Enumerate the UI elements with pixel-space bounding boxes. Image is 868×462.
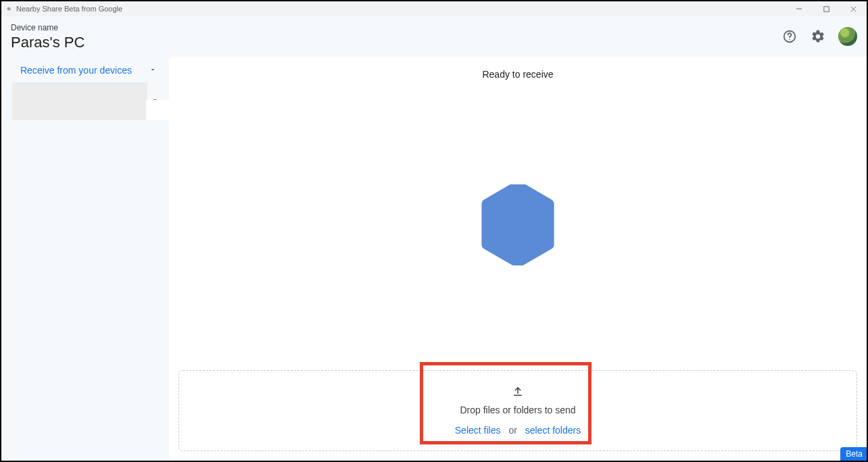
svg-rect-2 [823,6,828,11]
avatar[interactable] [838,27,857,46]
select-folders-link[interactable]: select folders [525,425,581,436]
select-files-link[interactable]: Select files [455,425,501,436]
dropzone[interactable]: Drop files or folders to send Select fil… [178,370,857,451]
status-text: Ready to receive [169,57,867,80]
window-title: Nearby Share Beta from Google [16,5,122,13]
main-panel: Ready to receive Drop files or folders t… [169,57,867,461]
hexagon-icon [481,184,555,265]
ready-graphic [169,80,867,370]
window-close-button[interactable] [840,1,867,16]
truncated-text: e [153,96,158,106]
beta-badge: Beta [840,447,868,462]
help-icon[interactable] [781,28,798,45]
device-name-value: Paras's PC [11,34,85,51]
window-minimize-button[interactable] [786,1,813,16]
window-maximize-button[interactable] [813,1,840,16]
window-titlebar: Nearby Share Beta from Google [1,1,867,16]
gear-icon[interactable] [810,28,826,45]
svg-point-0 [7,7,11,11]
dropzone-hint: Drop files or folders to send [455,405,581,415]
or-text: or [508,425,516,436]
device-list-item-placeholder: e [12,82,147,120]
svg-point-6 [789,39,790,41]
receive-mode-dropdown[interactable]: Receive from your devices [11,61,160,82]
app-icon [5,5,12,12]
sidebar: Receive from your devices e [1,55,169,461]
chevron-down-icon [149,65,157,76]
receive-mode-label: Receive from your devices [20,65,132,76]
device-name-label: Device name [11,23,85,32]
app-header: Device name Paras's PC [1,16,867,55]
upload-icon [455,386,581,401]
